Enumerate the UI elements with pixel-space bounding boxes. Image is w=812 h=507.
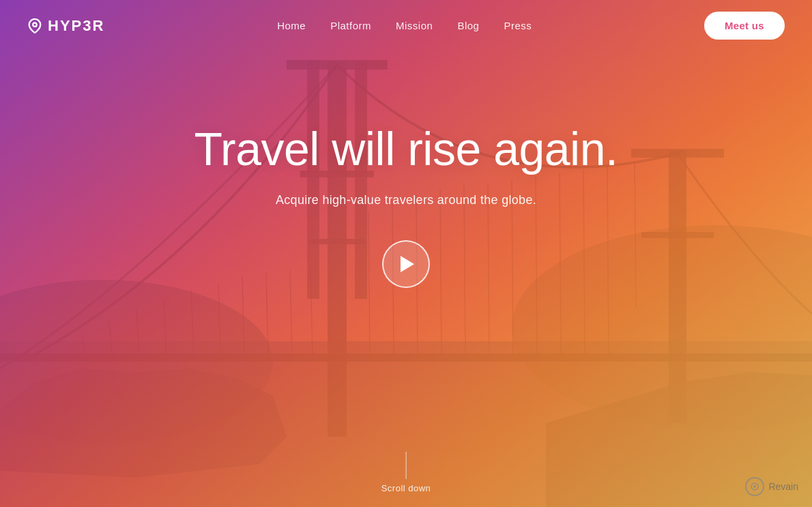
nav-link-home[interactable]: Home [277, 20, 306, 31]
svg-point-36 [33, 23, 37, 27]
logo-pin-icon [27, 18, 42, 33]
nav-link-mission[interactable]: Mission [396, 20, 433, 31]
revain-icon [745, 477, 764, 496]
play-icon [401, 256, 414, 272]
scroll-text: Scroll down [381, 483, 431, 493]
nav-links: Home Platform Mission Blog Press [277, 20, 532, 32]
logo-text: HYP3R [48, 17, 104, 35]
hero-subtitle: Acquire high-value travelers around the … [276, 193, 536, 207]
nav-item-press[interactable]: Press [504, 20, 532, 32]
scroll-down[interactable]: Scroll down [381, 452, 431, 493]
hero-content: Travel will rise again. Acquire high-val… [0, 0, 812, 507]
play-button[interactable] [382, 240, 430, 288]
revain-watermark: Revain [745, 477, 798, 496]
nav-item-blog[interactable]: Blog [457, 20, 479, 32]
nav-link-blog[interactable]: Blog [457, 20, 479, 31]
meet-us-button[interactable]: Meet us [704, 12, 785, 40]
nav-item-platform[interactable]: Platform [330, 20, 371, 32]
hero-section: HYP3R Home Platform Mission Blog Press M… [0, 0, 812, 507]
nav-link-press[interactable]: Press [504, 20, 532, 31]
nav-item-home[interactable]: Home [277, 20, 306, 32]
hero-title: Travel will rise again. [194, 124, 618, 175]
navbar: HYP3R Home Platform Mission Blog Press M… [0, 0, 812, 51]
revain-text: Revain [768, 481, 798, 492]
nav-link-platform[interactable]: Platform [330, 20, 371, 31]
nav-item-mission[interactable]: Mission [396, 20, 433, 32]
svg-point-38 [753, 485, 756, 488]
scroll-line [405, 452, 406, 479]
logo: HYP3R [27, 17, 104, 35]
